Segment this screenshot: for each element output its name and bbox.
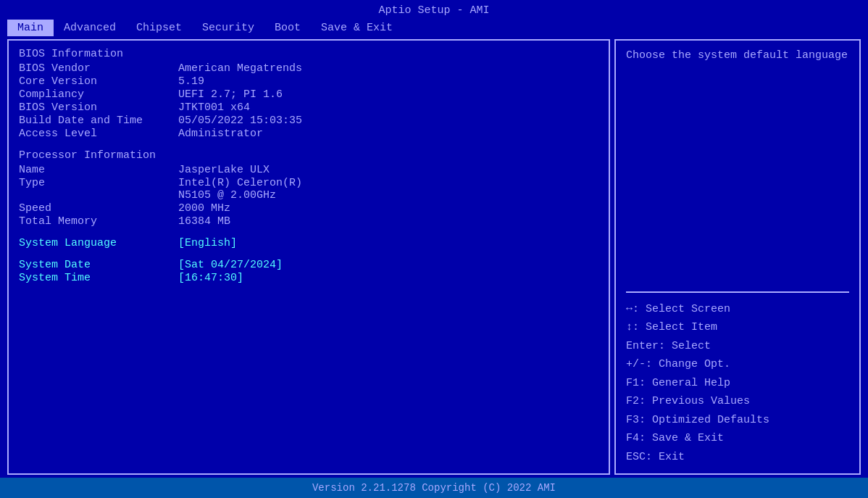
menu-item-security[interactable]: Security [192,20,264,36]
key-hint: F1: General Help [626,374,849,393]
key-hints: ↔: Select Screen↕: Select ItemEnter: Sel… [626,291,849,467]
proc-speed-label: Speed [19,202,178,215]
system-datetime-section: System Date [Sat 04/27/2024] System Time… [19,259,598,285]
proc-name-label: Name [19,164,178,176]
left-panel: BIOS Information BIOS Vendor American Me… [7,39,610,475]
bios-vendor-value: American Megatrends [178,62,302,75]
processor-section-title-row: Processor Information [19,149,598,163]
key-hint: F3: Optimized Defaults [626,411,849,430]
access-level-label: Access Level [19,128,178,140]
system-date-row[interactable]: System Date [Sat 04/27/2024] [19,259,598,271]
system-language-value[interactable]: [English] [178,237,237,249]
system-language-label[interactable]: System Language [19,237,178,249]
key-hint: F2: Previous Values [626,392,849,411]
build-date-row: Build Date and Time 05/05/2022 15:03:35 [19,115,598,127]
key-hint: +/-: Change Opt. [626,355,849,374]
compliancy-label: Compliancy [19,88,178,101]
bios-vendor-row: BIOS Vendor American Megatrends [19,62,598,75]
key-hint: ↔: Select Screen [626,300,849,319]
processor-info-section: Processor Information Name JasperLake UL… [19,149,598,228]
key-hint: ↕: Select Item [626,318,849,337]
app: Aptio Setup - AMI MainAdvancedChipsetSec… [0,0,868,498]
menu-item-boot[interactable]: Boot [264,20,311,36]
compliancy-value: UEFI 2.7; PI 1.6 [178,88,283,101]
menu-item-main[interactable]: Main [7,20,54,36]
core-version-label: Core Version [19,75,178,88]
title-bar: Aptio Setup - AMI [0,0,868,18]
system-time-value[interactable]: [16:47:30] [178,272,243,284]
system-language-row[interactable]: System Language [English] [19,237,598,249]
access-level-row: Access Level Administrator [19,128,598,140]
key-hint: F4: Save & Exit [626,429,849,448]
total-memory-value: 16384 MB [178,215,230,228]
bios-version-label: BIOS Version [19,101,178,114]
help-text: Choose the system default language [626,48,849,291]
footer: Version 2.21.1278 Copyright (C) 2022 AMI [0,478,868,498]
bios-section-title: BIOS Information [19,48,178,60]
total-memory-label: Total Memory [19,215,178,228]
bios-vendor-label: BIOS Vendor [19,62,178,75]
proc-type-row: Type Intel(R) Celeron(R) N5105 @ 2.00GHz [19,177,598,202]
menu-item-advanced[interactable]: Advanced [54,20,126,36]
proc-name-row: Name JasperLake ULX [19,164,598,176]
menu-item-chipset[interactable]: Chipset [126,20,192,36]
key-hint: Enter: Select [626,337,849,356]
right-panel: Choose the system default language ↔: Se… [614,39,861,475]
bios-version-value: JTKT001 x64 [178,101,250,114]
build-date-label: Build Date and Time [19,115,178,127]
system-language-section: System Language [English] [19,237,598,250]
system-date-value[interactable]: [Sat 04/27/2024] [178,259,283,271]
bios-info-section: BIOS Information BIOS Vendor American Me… [19,48,598,141]
menu-bar: MainAdvancedChipsetSecurityBootSave & Ex… [0,18,868,36]
system-time-row[interactable]: System Time [16:47:30] [19,272,598,284]
bios-version-row: BIOS Version JTKT001 x64 [19,101,598,114]
bios-info-title-row: BIOS Information [19,48,598,62]
processor-section-title: Processor Information [19,149,178,162]
proc-speed-row: Speed 2000 MHz [19,202,598,215]
system-time-label[interactable]: System Time [19,272,178,284]
key-hint: ESC: Exit [626,448,849,467]
build-date-value: 05/05/2022 15:03:35 [178,115,302,127]
access-level-value: Administrator [178,128,263,140]
compliancy-row: Compliancy UEFI 2.7; PI 1.6 [19,88,598,101]
proc-name-value: JasperLake ULX [178,164,270,176]
core-version-value: 5.19 [178,75,204,88]
title-text: Aptio Setup - AMI [378,4,489,17]
total-memory-row: Total Memory 16384 MB [19,215,598,228]
proc-speed-value: 2000 MHz [178,202,230,215]
system-date-label[interactable]: System Date [19,259,178,271]
footer-text: Version 2.21.1278 Copyright (C) 2022 AMI [312,482,556,494]
proc-type-value: Intel(R) Celeron(R) N5105 @ 2.00GHz [178,177,302,202]
main-content: BIOS Information BIOS Vendor American Me… [7,39,861,475]
core-version-row: Core Version 5.19 [19,75,598,88]
proc-type-label: Type [19,177,178,202]
menu-item-save-and-exit[interactable]: Save & Exit [311,20,403,36]
